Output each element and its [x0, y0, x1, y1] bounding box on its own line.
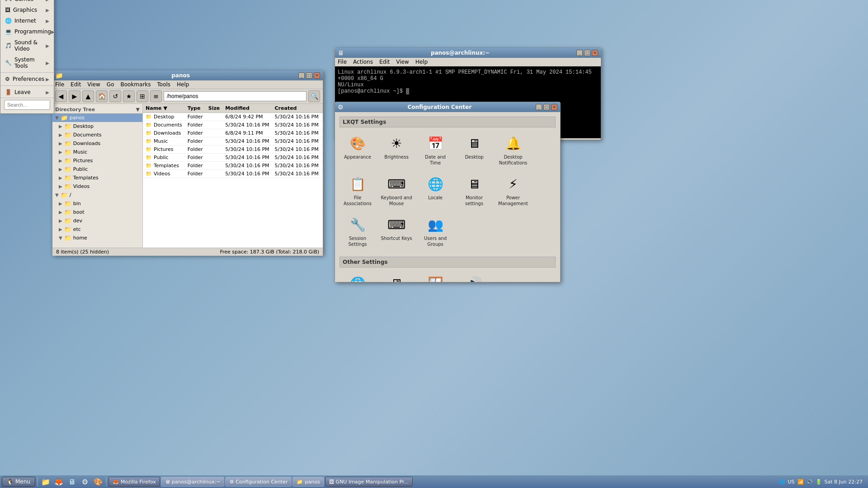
config-minimize-btn[interactable]: _: [536, 104, 542, 110]
config-item-date-and-time[interactable]: 📅 Date and Time: [417, 131, 453, 169]
fm-bookmark-btn[interactable]: ★: [123, 90, 135, 102]
fm-path-input[interactable]: [164, 91, 307, 101]
fm-refresh-btn[interactable]: ↺: [109, 90, 121, 102]
fm-back-btn[interactable]: ◀: [55, 90, 67, 102]
term-menu-actions[interactable]: Actions: [353, 59, 373, 65]
term-maximize-btn[interactable]: □: [584, 50, 590, 56]
tree-item-boot[interactable]: ▶ 📁 boot: [52, 208, 142, 216]
menu-item-graphics[interactable]: 🖼Graphics ▶: [0, 5, 54, 15]
tree-item-desktop[interactable]: ▶ 📁 Desktop: [52, 122, 142, 131]
taskbar-btn-config[interactable]: ⚙ Configuration Center: [225, 477, 292, 487]
fm-view-icons-btn[interactable]: ⊞: [137, 90, 148, 102]
tree-item-downloads[interactable]: ▶ 📁 Downloads: [52, 139, 142, 148]
col-size[interactable]: Size: [206, 104, 223, 113]
config-item-brightness[interactable]: ☀ Brightness: [378, 131, 415, 169]
tree-item-videos[interactable]: ▶ 📁 Videos: [52, 182, 142, 191]
fm-home-btn[interactable]: 🏠: [96, 90, 108, 102]
keyboard-layout-icon[interactable]: 🌐: [779, 479, 785, 485]
config-maximize-btn[interactable]: □: [543, 104, 550, 110]
tree-item-pictures[interactable]: ▶ 📁 Pictures: [52, 156, 142, 165]
taskbar-btn-panos[interactable]: 📁 panos: [292, 477, 324, 487]
launch-gimp-btn[interactable]: 🎨: [92, 476, 104, 488]
term-close-btn[interactable]: ✕: [592, 50, 598, 56]
taskbar-btn-terminal[interactable]: 🖥 panos@archlinux:~: [161, 477, 225, 487]
tree-item-etc[interactable]: ▶ 📁 etc: [52, 225, 142, 234]
menu-item-preferences[interactable]: ⚙Preferences ▶: [0, 74, 54, 84]
menu-item-games[interactable]: 🎮Games ▶: [0, 0, 54, 5]
table-row[interactable]: 📁Pictures Folder 5/30/24 10:16 PM 5/30/2…: [143, 145, 323, 154]
taskbar-btn-firefox[interactable]: 🦊 Mozilla Firefox: [108, 477, 160, 487]
menu-search-input[interactable]: [4, 100, 50, 110]
menu-item-system-tools[interactable]: 🔧System Tools ▶: [0, 54, 54, 71]
term-menu-view[interactable]: View: [396, 59, 409, 65]
menu-item-programming[interactable]: 💻Programming ▶: [0, 26, 54, 37]
config-item-file-associations[interactable]: 📋 File Associations: [340, 172, 376, 210]
col-name[interactable]: Name ▼: [143, 104, 185, 113]
fm-menu-bookmarks[interactable]: Bookmarks: [120, 81, 151, 88]
fm-up-btn[interactable]: ▲: [82, 90, 94, 102]
term-menu-help[interactable]: Help: [415, 59, 428, 65]
col-type[interactable]: Type: [185, 104, 206, 113]
table-row[interactable]: 📁Music Folder 5/30/24 10:16 PM 5/30/24 1…: [143, 137, 323, 145]
tree-item-home[interactable]: ▼ 📁 home: [52, 234, 142, 242]
tree-item-dev[interactable]: ▶ 📁 dev: [52, 216, 142, 225]
fm-menu-edit[interactable]: Edit: [71, 81, 81, 88]
config-item-locale[interactable]: 🌐 Locale: [417, 172, 453, 210]
table-row[interactable]: 📁Documents Folder 5/30/24 10:16 PM 5/30/…: [143, 121, 323, 129]
table-row[interactable]: 📁Videos Folder 5/30/24 10:16 PM 5/30/24 …: [143, 170, 323, 178]
fm-search-btn[interactable]: 🔍: [308, 90, 320, 102]
tree-item-public[interactable]: ▶ 📁 Public: [52, 165, 142, 174]
other-item-nvidia-x-server-sett[interactable]: 🖥 NVIDIA X Server Settings: [378, 271, 415, 282]
fm-maximize-btn[interactable]: □: [306, 72, 312, 79]
term-minimize-btn[interactable]: _: [576, 50, 583, 56]
tree-item-documents[interactable]: ▶ 📁 Documents: [52, 131, 142, 139]
config-item-desktop[interactable]: 🖥 Desktop: [456, 131, 492, 169]
launch-settings-btn[interactable]: ⚙: [79, 476, 91, 488]
fm-menu-help[interactable]: Help: [177, 81, 189, 88]
start-button[interactable]: 🐧 Menu: [2, 477, 35, 487]
audio-icon[interactable]: 🔊: [807, 479, 813, 485]
fm-minimize-btn[interactable]: _: [298, 72, 305, 79]
table-row[interactable]: 📁Templates Folder 5/30/24 10:16 PM 5/30/…: [143, 162, 323, 170]
config-item-monitor-settings[interactable]: 🖥 Monitor settings: [456, 172, 492, 210]
col-created[interactable]: Created: [272, 104, 321, 113]
config-item-shortcut-keys[interactable]: ⌨ Shortcut Keys: [378, 212, 415, 250]
config-item-users-and-groups[interactable]: 👥 Users and Groups: [417, 212, 453, 250]
config-close-btn[interactable]: ✕: [551, 104, 557, 110]
config-item-appearance[interactable]: 🎨 Appearance: [340, 131, 376, 169]
tree-item-music[interactable]: ▶ 📁 Music: [52, 148, 142, 156]
taskbar-btn-gimp[interactable]: 🖼 GNU Image Manipulation Pr...: [325, 477, 413, 487]
fm-menu-file[interactable]: File: [55, 81, 64, 88]
tree-item-bin[interactable]: ▶ 📁 bin: [52, 199, 142, 208]
table-row[interactable]: 📁Desktop Folder 6/8/24 9:42 PM 5/30/24 1…: [143, 113, 323, 121]
config-item-session-settings[interactable]: 🔧 Session Settings: [340, 212, 376, 250]
menu-item-internet[interactable]: 🌐Internet ▶: [0, 15, 54, 26]
launch-firefox-btn[interactable]: 🦊: [53, 476, 65, 488]
col-modified[interactable]: Modified: [222, 104, 272, 113]
table-row[interactable]: 📁Public Folder 5/30/24 10:16 PM 5/30/24 …: [143, 154, 323, 162]
menu-item-leave[interactable]: 🚪Leave ▶: [0, 87, 54, 98]
launch-terminal-btn[interactable]: 🖥: [66, 476, 78, 488]
fm-close-btn[interactable]: ✕: [314, 72, 320, 79]
fm-view-list-btn[interactable]: ≡: [150, 90, 162, 102]
config-item-power-management[interactable]: ⚡ Power Management: [495, 172, 531, 210]
config-item-desktop-notifications[interactable]: 🔔 Desktop Notifications: [495, 131, 531, 169]
col-owner[interactable]: Owner: [321, 104, 323, 113]
tree-item-templates[interactable]: ▶ 📁 Templates: [52, 174, 142, 182]
fm-forward-btn[interactable]: ▶: [69, 90, 80, 102]
other-item-pulseaudio-volume-co[interactable]: 🔊 PulseAudio Volume Control: [456, 271, 492, 282]
battery-icon[interactable]: 🔋: [816, 479, 822, 485]
config-item-keyboard-and-mouse[interactable]: ⌨ Keyboard and Mouse: [378, 172, 415, 210]
fm-menu-view[interactable]: View: [87, 81, 100, 88]
sidebar-toggle[interactable]: ▼: [136, 107, 140, 113]
menu-item-sound-video[interactable]: 🎵Sound & Video ▶: [0, 37, 54, 54]
other-item-advanced-network-con[interactable]: 🌐 Advanced Network Configuration: [340, 271, 376, 282]
launch-files-btn[interactable]: 📁: [40, 476, 52, 488]
tree-item-root[interactable]: ▼ 📁 /: [52, 191, 142, 199]
tree-item-panos[interactable]: ▼ 📁 panos: [52, 113, 142, 122]
fm-menu-tools[interactable]: Tools: [157, 81, 171, 88]
network-icon[interactable]: 📶: [797, 479, 804, 485]
term-menu-edit[interactable]: Edit: [379, 59, 390, 65]
fm-menu-go[interactable]: Go: [107, 81, 114, 88]
table-row[interactable]: 📁Downloads Folder 6/8/24 9:11 PM 5/30/24…: [143, 129, 323, 137]
